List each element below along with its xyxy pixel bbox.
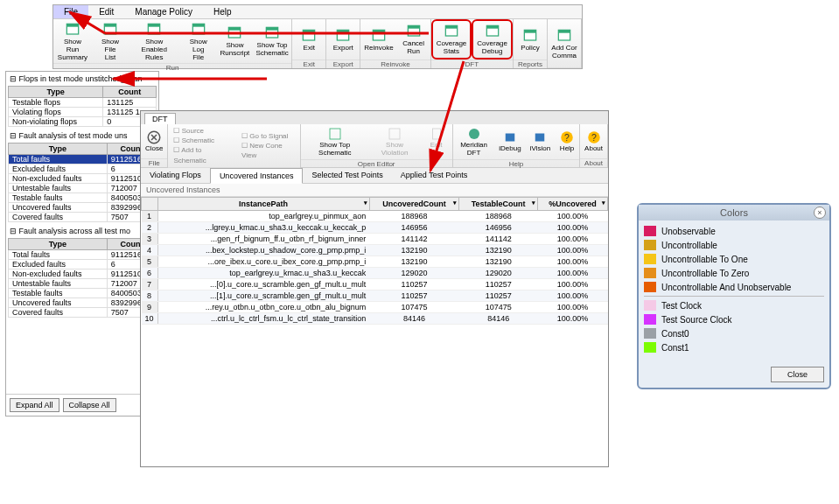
svg-rect-19: [408, 26, 419, 29]
svg-rect-27: [558, 30, 570, 32]
view-small-options-2: ☐ Go to Signal ☐ New Cone View: [236, 130, 300, 163]
expand-all-button[interactable]: Expand All: [10, 398, 59, 412]
close-button[interactable]: Close: [141, 128, 167, 155]
tree-row[interactable]: Non-excluded faults9112510: [9, 174, 157, 184]
svg-rect-17: [373, 30, 384, 32]
tree-row[interactable]: Non-violating flops0: [9, 117, 157, 127]
tree-row[interactable]: Total faults9112516: [9, 250, 157, 260]
export-button[interactable]: Export: [326, 19, 360, 60]
schematic-option[interactable]: ☐ Schematic: [173, 136, 231, 145]
menu-manage-policy[interactable]: Manage Policy: [124, 5, 203, 18]
show-runscript-button[interactable]: ShowRunscript: [217, 19, 253, 63]
table-row[interactable]: 8...[1].u_core.u_scramble.gen_gf_mult.u_…: [142, 290, 608, 302]
table-row[interactable]: 6top_earlgrey.u_kmac.u_sha3.u_keccak1290…: [142, 268, 608, 279]
tree-row[interactable]: Excluded faults6: [9, 260, 157, 270]
about-button[interactable]: ?About: [580, 128, 607, 155]
cancel-run-button[interactable]: CancelRun: [397, 19, 430, 60]
collapse-all-button[interactable]: Collapse All: [63, 398, 116, 412]
dft-window: DFT Close File ☐ Source ☐ Schematic ☐ Ad…: [140, 110, 609, 467]
add-comma-button[interactable]: Add CorComma: [548, 19, 581, 67]
tree-row[interactable]: Uncovered faults8392996: [9, 203, 157, 213]
tree-row[interactable]: Covered faults7507: [9, 308, 157, 318]
tree-row[interactable]: Excluded faults6: [9, 164, 157, 174]
table-row[interactable]: 7...[0].u_core.u_scramble.gen_gf_mult.u_…: [142, 279, 608, 290]
dft-tab[interactable]: DFT: [144, 113, 176, 124]
show-file-list-button[interactable]: Show FileList: [92, 19, 129, 63]
uncovered-instances-header: Uncovered Instances: [141, 184, 608, 197]
color-legend-item: Uncontrollable: [644, 240, 824, 250]
svg-rect-29: [330, 129, 340, 139]
svg-rect-25: [524, 30, 535, 32]
tree-row[interactable]: Testable faults8400503: [9, 193, 157, 203]
idebug-button[interactable]: iDebug: [494, 128, 525, 155]
exit-button[interactable]: Exit: [292, 19, 325, 60]
show-run-summary-button[interactable]: Show RunSummary: [53, 19, 92, 63]
column-header[interactable]: %Uncovered▾: [537, 198, 607, 211]
help-button[interactable]: ?Help: [555, 128, 579, 155]
new-cone-option[interactable]: ☐ New Cone View: [241, 141, 295, 160]
color-legend-item: Test Source Clock: [644, 314, 824, 325]
tree-section-title[interactable]: ⊟ Flops in test mode unstitched_scan: [8, 74, 157, 84]
table-row[interactable]: 4...bex_lockstep.u_shadow_core.g_pmp.pmp…: [142, 245, 608, 256]
column-header[interactable]: TestableCount▾: [459, 198, 537, 211]
ivision-button[interactable]: iVision: [526, 128, 555, 155]
svg-rect-30: [389, 129, 400, 139]
show-top-schematic-button[interactable]: Show TopSchematic: [253, 19, 291, 63]
menu-file[interactable]: File: [53, 5, 88, 18]
table-row[interactable]: 5...ore_ibex.u_core.u_ibex_core.g_pmp.pm…: [142, 256, 608, 268]
table-row[interactable]: 1top_earlgrey.u_pinmux_aon18896818896810…: [142, 211, 608, 222]
goto-signal-option[interactable]: ☐ Go to Signal: [241, 131, 295, 141]
colors-close-button[interactable]: Close: [771, 367, 824, 382]
tree-section-title[interactable]: ⊟ Fault analysis across all test mo: [8, 226, 157, 236]
table-row[interactable]: 3...gen_rf_bignum_ff.u_otbn_rf_bignum_in…: [142, 234, 608, 245]
subtab-uncovered-instances[interactable]: Uncovered Instances: [210, 168, 304, 184]
svg-rect-3: [104, 24, 115, 26]
tree-row[interactable]: Testable flops131125: [9, 98, 157, 108]
add-schematic-option[interactable]: ☐ Add to Schematic: [173, 145, 231, 164]
svg-rect-11: [266, 28, 277, 31]
dft-subtabs: Violating FlopsUncovered InstancesSelect…: [141, 168, 608, 184]
svg-rect-15: [338, 30, 349, 32]
show-violation-button[interactable]: Show Violation: [369, 124, 420, 159]
tree-row[interactable]: Total faults9112516: [9, 155, 157, 164]
table-row[interactable]: 10...ctrl.u_lc_ctrl_fsm.u_lc_ctrl_state_…: [142, 313, 608, 325]
meridian-dft-button[interactable]: Meridian DFT: [453, 124, 495, 159]
show-log-file-button[interactable]: Show LogFile: [179, 19, 217, 63]
menu-edit[interactable]: Edit: [88, 5, 124, 18]
tree-row[interactable]: Non-excluded faults9112510: [9, 270, 157, 279]
tree-row[interactable]: Uncovered faults8392996: [9, 298, 157, 308]
subtab-applied-test-points[interactable]: Applied Test Points: [392, 168, 476, 183]
edit-file-button[interactable]: Edit File: [420, 124, 451, 159]
source-option[interactable]: ☐ Source: [173, 126, 231, 136]
svg-rect-13: [304, 30, 315, 32]
column-header[interactable]: InstancePath▾: [157, 198, 369, 211]
table-row[interactable]: 9...rey.u_otbn.u_otbn_core.u_otbn_alu_bi…: [142, 302, 608, 313]
reinvoke-button[interactable]: Reinvoke: [360, 19, 396, 60]
coverage-debug-button[interactable]: CoverageDebug: [472, 19, 513, 60]
subtab-selected-test-points[interactable]: Selected Test Points: [303, 168, 391, 183]
color-legend-item: Const0: [644, 328, 824, 339]
tree-row[interactable]: Untestable faults712007: [9, 279, 157, 289]
tree-section-title[interactable]: ⊟ Fault analysis of test mode uns: [8, 130, 157, 141]
colors-title: Colors ×: [639, 205, 829, 220]
tree-row[interactable]: Violating flops131125 1: [9, 108, 157, 117]
column-header[interactable]: UncoveredCount▾: [369, 198, 459, 211]
show-enabled-rules-button[interactable]: Show EnabledRules: [129, 19, 179, 63]
svg-rect-9: [229, 28, 241, 31]
main-toolbar: FileEditManage PolicyHelp Show RunSummar…: [52, 4, 583, 69]
tree-row[interactable]: Untestable faults712007: [9, 184, 157, 193]
tree-row[interactable]: Covered faults7507: [9, 213, 157, 222]
svg-rect-21: [445, 26, 457, 29]
table-row[interactable]: 2...lgrey.u_kmac.u_sha3.u_keccak.u_kecca…: [142, 222, 608, 234]
svg-rect-31: [432, 129, 440, 139]
show-top-schematic-button[interactable]: Show Top Schematic: [301, 124, 369, 159]
view-small-options: ☐ Source ☐ Schematic ☐ Add to Schematic: [168, 124, 236, 167]
close-icon[interactable]: ×: [814, 206, 826, 219]
menu-help[interactable]: Help: [203, 5, 242, 18]
svg-point-32: [469, 129, 479, 139]
coverage-stats-button[interactable]: CoverageStats: [431, 19, 472, 60]
subtab-violating-flops[interactable]: Violating Flops: [141, 168, 210, 183]
tree-row[interactable]: Testable faults8400503: [9, 289, 157, 298]
policy-button[interactable]: Policy: [514, 19, 547, 60]
color-legend-item: Test Clock: [644, 300, 824, 311]
